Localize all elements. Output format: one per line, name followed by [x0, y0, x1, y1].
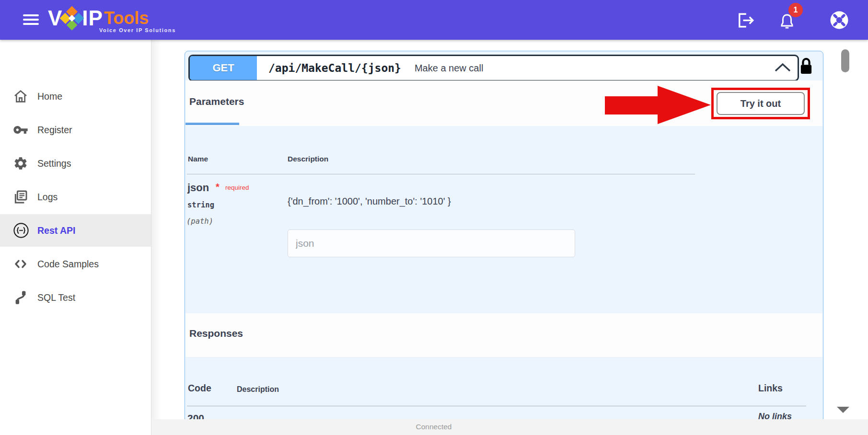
response-description-header: Description — [237, 385, 279, 394]
required-asterisk: * — [216, 182, 220, 193]
top-header-bar: V IP Tools Voice Over IP Solutions 1 — [0, 0, 868, 40]
rest-api-icon — [13, 222, 29, 239]
endpoint-summary-text: Make a new call — [415, 63, 483, 74]
responses-title: Responses — [189, 328, 243, 339]
collapse-chevron-up-icon[interactable] — [775, 63, 791, 74]
connection-status-text: Connected — [151, 423, 717, 431]
sidebar-item-label: Register — [37, 125, 72, 136]
sidebar-item-label: Rest API — [37, 225, 75, 236]
param-location: (path) — [186, 217, 213, 226]
param-json-input[interactable] — [288, 229, 575, 257]
endpoint-path: /api/MakeCall/{json} — [268, 62, 401, 74]
sidebar-item-label: Code Samples — [37, 259, 99, 270]
logo-diamond-icon — [60, 6, 84, 31]
sidebar-item-label: Logs — [37, 192, 58, 203]
logs-icon — [13, 189, 28, 205]
swagger-opblock-get-makecall: GET /api/MakeCall/{json} Make a new call… — [185, 51, 823, 425]
authorization-lock-icon[interactable] — [798, 56, 815, 79]
sql-plug-icon — [13, 290, 28, 305]
required-label: required — [225, 184, 249, 191]
help-wheel-icon[interactable] — [830, 11, 849, 32]
http-method-badge: GET — [190, 56, 257, 80]
annotation-arrow-head — [658, 86, 711, 124]
response-links-header: Links — [758, 383, 783, 394]
content-left-shadow — [151, 40, 161, 435]
sidebar-item-label: SQL Test — [37, 292, 75, 303]
notification-badge: 1 — [788, 3, 803, 17]
logo-tools-text: Tools — [104, 8, 149, 28]
sidebar-item-settings[interactable]: Settings — [0, 147, 151, 180]
voiptools-rest-api-page: V IP Tools Voice Over IP Solutions 1 — [0, 0, 868, 435]
sidebar-item-logs[interactable]: Logs — [0, 181, 151, 213]
gear-icon — [13, 156, 28, 171]
param-description-header: Description — [288, 155, 328, 163]
logo-tagline: Voice Over IP Solutions — [99, 27, 176, 33]
endpoint-summary-bar[interactable]: GET /api/MakeCall/{json} Make a new call — [188, 55, 799, 81]
param-name: json — [187, 182, 209, 194]
sidebar-item-home[interactable]: Home — [0, 80, 151, 113]
scrollbar-down-arrow[interactable] — [837, 407, 849, 413]
annotation-arrow-body — [605, 96, 658, 114]
key-icon — [13, 122, 28, 137]
sidebar-item-rest-api[interactable]: Rest API — [0, 214, 151, 247]
sidebar-item-label: Settings — [37, 158, 71, 169]
sidebar-item-code-samples[interactable]: Code Samples — [0, 248, 151, 280]
tab-parameters[interactable]: Parameters — [189, 96, 244, 107]
sidebar-item-label: Home — [37, 91, 62, 102]
response-code-header: Code — [188, 383, 211, 394]
logo-ip-text: IP — [82, 6, 103, 30]
responses-header-divider — [187, 406, 806, 406]
sidebar-item-sql-test[interactable]: SQL Test — [0, 281, 151, 314]
param-name-header: Name — [188, 155, 208, 163]
param-type: string — [187, 201, 214, 209]
connection-status-bar: Connected — [151, 419, 868, 435]
annotation-highlight-rect — [711, 88, 810, 119]
hamburger-menu-icon[interactable] — [23, 14, 39, 25]
logout-icon[interactable] — [737, 13, 755, 30]
sidebar-item-register[interactable]: Register — [0, 114, 151, 146]
parameters-tab-underline — [185, 123, 239, 125]
code-icon — [13, 256, 28, 272]
sidebar-nav: Home Register Settings Logs — [0, 40, 151, 435]
responses-section-header: Responses — [185, 313, 822, 357]
params-header-divider — [187, 174, 695, 174]
param-description-value: {'dn_from': '1000', 'number_to': '1010' … — [288, 196, 451, 207]
scrollbar-thumb[interactable] — [841, 49, 849, 72]
home-icon — [13, 89, 28, 104]
